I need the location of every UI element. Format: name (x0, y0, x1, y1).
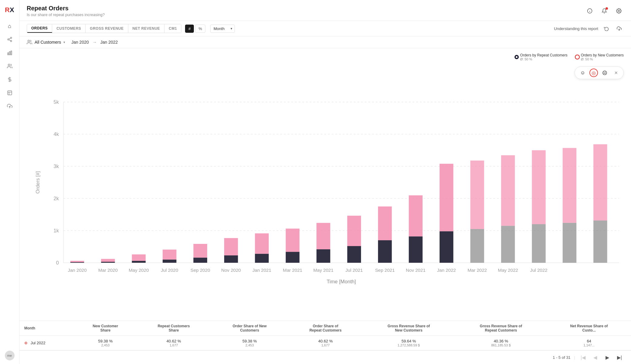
user-avatar[interactable]: me (5, 351, 15, 360)
svg-rect-60 (378, 240, 392, 263)
svg-text:Jan 2022: Jan 2022 (437, 268, 456, 273)
cell-repeat-customer-share: 40.62 % 1,677 (137, 336, 211, 350)
svg-rect-58 (347, 246, 361, 263)
data-table: Month New CustomerShare Repeat Customers… (19, 321, 631, 350)
chart-area: Orders by Repeat Customers Ø: 50 % Order… (19, 48, 631, 321)
understanding-link[interactable]: Understanding this report (554, 26, 598, 31)
svg-rect-59 (347, 216, 361, 246)
svg-point-24 (516, 56, 518, 58)
col-repeat-customer-share: Repeat CustomersShare (137, 321, 211, 336)
svg-rect-43 (101, 259, 115, 262)
svg-text:0: 0 (56, 260, 59, 266)
pagination-last-button[interactable]: ▶| (615, 353, 624, 362)
format-hash-button[interactable]: # (185, 25, 194, 33)
svg-rect-53 (255, 233, 268, 254)
svg-rect-54 (286, 252, 299, 263)
svg-rect-69 (501, 155, 515, 226)
sidebar-item-home[interactable]: ⌂ (4, 21, 15, 32)
pagination: 1 - 5 of 31 | |◀ ◀ ▶ ▶| (19, 350, 631, 364)
report-tabs: ORDERS CUSTOMERS GROSS REVENUE NET REVEN… (27, 24, 181, 33)
sidebar-item-users[interactable] (4, 61, 15, 72)
feedback-close-button[interactable]: ✕ (612, 69, 620, 76)
filter-bar: All Customers ▾ Jan 2020 → Jan 2022 (19, 36, 631, 48)
svg-rect-51 (224, 238, 238, 255)
svg-text:Nov 2021: Nov 2021 (406, 268, 426, 273)
svg-rect-48 (194, 258, 207, 263)
svg-rect-61 (378, 207, 392, 240)
pagination-first-button[interactable]: |◀ (579, 353, 587, 362)
svg-point-11 (8, 64, 10, 66)
svg-text:5k: 5k (53, 99, 59, 105)
info-button[interactable] (585, 6, 595, 16)
legend-new-label: Orders by New Customers (581, 53, 624, 57)
svg-rect-42 (101, 262, 115, 263)
period-selector[interactable]: Month Week Quarter Year (208, 25, 235, 33)
svg-rect-9 (9, 52, 10, 55)
svg-rect-74 (593, 221, 607, 263)
svg-point-22 (28, 40, 30, 42)
legend-new-icon (575, 55, 580, 59)
main-content: Repeat Orders Is our share of repeat pur… (19, 0, 631, 364)
svg-rect-64 (440, 231, 453, 263)
svg-point-5 (10, 40, 12, 42)
customer-filter[interactable]: All Customers ▾ (27, 39, 65, 45)
svg-rect-65 (440, 164, 453, 231)
page-header: Repeat Orders Is our share of repeat pur… (19, 0, 631, 21)
svg-point-3 (10, 37, 12, 39)
sidebar-item-revenue[interactable] (4, 74, 15, 85)
pagination-separator: | (574, 355, 575, 360)
svg-line-7 (9, 38, 10, 39)
sidebar-item-reports[interactable] (4, 87, 15, 98)
col-gross-rev-new: Gross Revenue Share ofNew Customers (363, 321, 455, 336)
svg-rect-56 (316, 249, 330, 263)
svg-rect-45 (132, 254, 146, 261)
app-logo[interactable]: R X (4, 4, 16, 16)
svg-rect-62 (409, 236, 423, 263)
tab-net-revenue[interactable]: NET REVENUE (128, 24, 165, 33)
svg-text:May 2020: May 2020 (129, 268, 149, 273)
col-month: Month (19, 321, 74, 336)
chart-legend: Orders by Repeat Customers Ø: 50 % Order… (514, 53, 624, 61)
feedback-neutral-button[interactable]: ◎ (589, 69, 598, 77)
svg-rect-73 (563, 148, 576, 223)
cell-month: ⊕ Jul 2022 (19, 336, 74, 350)
svg-rect-66 (470, 229, 484, 263)
notification-button[interactable] (599, 6, 609, 16)
svg-text:Jul 2022: Jul 2022 (530, 268, 547, 273)
tab-orders[interactable]: ORDERS (27, 24, 52, 33)
pagination-prev-button[interactable]: ◀ (591, 353, 599, 362)
cell-order-share-repeat: 40.62 % 1,677 (289, 336, 363, 350)
svg-point-20 (618, 10, 620, 12)
table-row: ⊕ Jul 2022 59.38 % 2,453 40.62 % 1,677 5… (19, 336, 631, 350)
row-expand-icon[interactable]: ⊕ (24, 341, 28, 345)
format-selector: # % (185, 25, 205, 33)
svg-rect-75 (593, 144, 607, 221)
refresh-button[interactable] (602, 24, 611, 33)
svg-text:Time [Month]: Time [Month] (327, 279, 356, 285)
settings-button[interactable] (614, 6, 624, 16)
feedback-happy-button[interactable]: ☺ (579, 69, 587, 77)
page-title: Repeat Orders (27, 5, 105, 12)
svg-text:Sep 2020: Sep 2020 (191, 268, 210, 273)
tab-customers[interactable]: CUSTOMERS (52, 24, 86, 33)
svg-rect-71 (532, 150, 545, 224)
legend-repeat-icon (514, 55, 519, 59)
sidebar-item-charts[interactable] (4, 47, 15, 58)
svg-text:Orders [#]: Orders [#] (35, 171, 41, 194)
pagination-next-button[interactable]: ▶ (603, 353, 612, 362)
page-subtitle: Is our share of repeat purchases increas… (27, 12, 105, 17)
svg-text:2k: 2k (53, 196, 59, 201)
format-percent-button[interactable]: % (195, 25, 205, 33)
date-arrow-icon: → (93, 40, 97, 45)
period-dropdown[interactable]: Month Week Quarter Year (210, 25, 235, 33)
download-button[interactable] (615, 24, 624, 33)
sidebar-item-upload[interactable] (4, 101, 15, 112)
date-range: Jan 2020 → Jan 2022 (71, 40, 118, 45)
cell-month-value: Jul 2022 (31, 341, 46, 345)
sidebar-item-share[interactable] (4, 34, 15, 45)
feedback-sad-button[interactable]: ☹ (600, 69, 609, 77)
svg-rect-68 (501, 226, 515, 263)
svg-text:May 2022: May 2022 (498, 268, 518, 273)
tab-gross-revenue[interactable]: GROSS REVENUE (86, 24, 128, 33)
tab-cm1[interactable]: CM1 (164, 24, 181, 33)
